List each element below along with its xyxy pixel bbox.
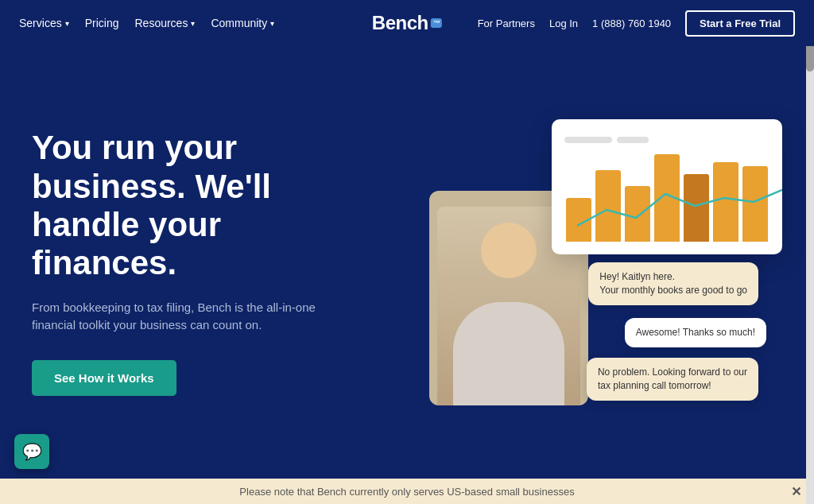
hero-section: You run your business. We'll handle your…: [0, 46, 814, 479]
nav-pricing[interactable]: Pricing: [85, 17, 119, 29]
logo-badge: ™: [431, 18, 443, 28]
person-body: [453, 302, 564, 405]
chart-bar-6: [742, 166, 768, 242]
navbar: Services ▾ Pricing Resources ▾ Community…: [0, 0, 814, 46]
cta-button[interactable]: See How it Works: [32, 360, 176, 396]
nav-login[interactable]: Log In: [549, 17, 578, 29]
scrollbar[interactable]: [806, 0, 814, 504]
chat-bubble-3: No problem. Looking forward to our tax p…: [587, 358, 758, 401]
nav-resources[interactable]: Resources ▾: [134, 17, 195, 29]
chat-widget-icon: 💬: [22, 442, 42, 461]
nav-left: Services ▾ Pricing Resources ▾ Community…: [19, 17, 274, 29]
bottom-notice-bar: Please note that Bench currently only se…: [0, 479, 814, 504]
notice-text: Please note that Bench currently only se…: [239, 486, 574, 498]
nav-phone: 1 (888) 760 1940: [592, 17, 671, 29]
chart-bar-0: [566, 198, 591, 242]
notice-close-button[interactable]: ✕: [791, 484, 801, 499]
chat-widget-button[interactable]: 💬: [14, 434, 49, 469]
chat-bubble-2: Awesome! Thanks so much!: [625, 318, 766, 347]
community-chevron-icon: ▾: [270, 19, 274, 28]
nav-right: For Partners Log In 1 (888) 760 1940 Sta…: [478, 10, 795, 37]
chart-bars: [564, 162, 769, 242]
start-trial-button[interactable]: Start a Free Trial: [685, 10, 795, 37]
person-head: [481, 223, 537, 278]
nav-community[interactable]: Community ▾: [211, 17, 274, 29]
hero-illustration: Hey! Kaitlyn here. Your monthly books ar…: [382, 95, 782, 429]
chart-line-1: [564, 137, 612, 143]
chart-bar-2: [625, 186, 650, 242]
chat-bubble-1-text: Hey! Kaitlyn here. Your monthly books ar…: [599, 271, 747, 296]
chart-bar-4: [684, 174, 709, 242]
chart-bar-3: [654, 154, 680, 242]
chart-header-lines: [564, 132, 769, 148]
chart-bar-5: [713, 162, 738, 242]
hero-subtext: From bookkeeping to tax filing, Bench is…: [32, 299, 326, 335]
chart-bar-1: [595, 170, 621, 242]
logo[interactable]: Bench™: [372, 12, 442, 34]
chart-card: [552, 119, 782, 254]
hero-text-block: You run your business. We'll handle your…: [32, 129, 366, 395]
chat-bubble-2-text: Awesome! Thanks so much!: [636, 327, 755, 338]
chart-line-2: [617, 137, 649, 143]
logo-text: Bench: [372, 12, 428, 34]
services-label: Services: [19, 17, 62, 29]
resources-chevron-icon: ▾: [191, 19, 195, 28]
resources-label: Resources: [134, 17, 188, 29]
chat-bubble-1: Hey! Kaitlyn here. Your monthly books ar…: [588, 262, 758, 305]
services-chevron-icon: ▾: [65, 19, 69, 28]
nav-for-partners[interactable]: For Partners: [478, 17, 535, 29]
chat-bubble-3-text: No problem. Looking forward to our tax p…: [598, 366, 747, 391]
nav-services[interactable]: Services ▾: [19, 17, 69, 29]
community-label: Community: [211, 17, 267, 29]
hero-headline: You run your business. We'll handle your…: [32, 129, 366, 282]
pricing-label: Pricing: [85, 17, 119, 29]
